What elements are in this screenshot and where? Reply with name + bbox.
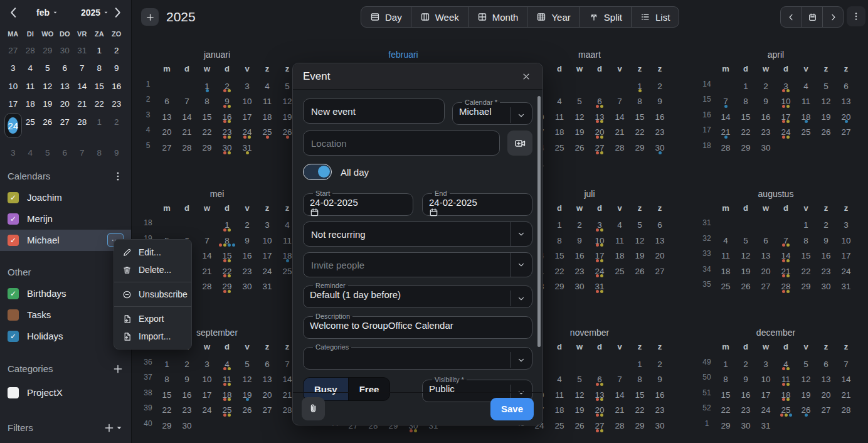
day-cell[interactable]: 30 <box>650 139 670 155</box>
calendar-item-birthdays[interactable]: ✓Birthdays <box>0 283 131 304</box>
day-cell[interactable]: 16 <box>650 387 670 402</box>
day-cell[interactable]: 27 <box>650 263 670 279</box>
day-cell[interactable]: 14 <box>776 247 796 263</box>
mini-day-cell[interactable]: 30 <box>56 41 74 60</box>
day-cell[interactable]: 13 <box>590 387 610 402</box>
day-cell[interactable]: 23 <box>816 263 836 279</box>
menu-item-unsubscribe[interactable]: Unsubscribe <box>114 286 191 303</box>
mini-day-cell[interactable]: 27 <box>56 113 74 131</box>
year-dropdown[interactable]: 2025 <box>81 8 109 18</box>
day-cell[interactable]: 14 <box>716 109 736 124</box>
calendar-item-michael[interactable]: ✓Michael⋯ <box>0 230 131 251</box>
day-cell[interactable]: 11 <box>610 232 630 248</box>
day-cell[interactable]: 27 <box>257 402 277 417</box>
save-button[interactable]: Save <box>490 398 534 420</box>
mini-day-cell[interactable]: 18 <box>22 95 40 114</box>
reminder-select[interactable]: Reminder Default (1 day before) <box>303 282 532 308</box>
day-cell[interactable]: 23 <box>736 402 756 417</box>
day-cell[interactable]: 24 <box>257 263 277 279</box>
all-day-toggle[interactable] <box>303 164 332 180</box>
day-cell[interactable]: 30 <box>650 417 670 433</box>
day-cell[interactable]: 1 <box>197 78 217 93</box>
day-cell[interactable]: 16 <box>756 109 776 124</box>
day-cell[interactable]: 19 <box>796 387 816 402</box>
mini-day-cell[interactable]: 22 <box>91 95 109 114</box>
day-cell[interactable]: 7 <box>610 371 630 387</box>
day-cell[interactable]: 5 <box>796 356 816 371</box>
day-cell[interactable]: 10 <box>590 232 610 248</box>
add-category-icon[interactable] <box>112 363 124 375</box>
day-cell[interactable]: 15 <box>630 109 650 124</box>
day-cell[interactable]: 22 <box>716 402 736 417</box>
day-cell[interactable]: 28 <box>836 402 856 417</box>
day-cell[interactable]: 31 <box>836 278 856 294</box>
day-cell[interactable]: 15 <box>197 109 217 124</box>
day-cell[interactable]: 28 <box>610 417 630 433</box>
day-cell[interactable]: 19 <box>237 387 257 402</box>
checkbox-unchecked[interactable] <box>8 309 19 321</box>
day-cell[interactable]: 7 <box>610 93 630 109</box>
mini-day-cell[interactable]: 24 <box>4 113 22 138</box>
day-cell[interactable]: 8 <box>716 371 736 387</box>
chevron-down-icon[interactable] <box>510 352 532 368</box>
day-cell[interactable]: 8 <box>736 93 756 109</box>
start-date-field[interactable]: Start 24-02-2025 <box>303 189 413 216</box>
calendar-item-joachim[interactable]: ✓Joachim <box>0 187 131 208</box>
day-cell[interactable]: 25 <box>549 139 569 155</box>
day-cell[interactable]: 17 <box>197 387 217 402</box>
mini-day-cell[interactable]: 2 <box>108 41 125 60</box>
day-cell[interactable]: 13 <box>650 232 670 248</box>
day-cell[interactable]: 3 <box>197 356 217 371</box>
day-cell[interactable]: 24 <box>776 124 796 139</box>
day-cell[interactable]: 9 <box>217 93 237 109</box>
day-cell[interactable]: 10 <box>197 371 217 387</box>
day-cell[interactable]: 22 <box>796 263 816 279</box>
day-cell[interactable]: 20 <box>816 387 836 402</box>
day-cell[interactable]: 30 <box>816 278 836 294</box>
day-cell[interactable]: 23 <box>650 402 670 417</box>
day-cell[interactable]: 30 <box>217 139 237 155</box>
day-cell[interactable]: 7 <box>177 93 197 109</box>
calendar-select[interactable]: Calendar * Michael <box>452 99 532 125</box>
day-cell[interactable]: 20 <box>590 402 610 417</box>
day-cell[interactable]: 18 <box>610 247 630 263</box>
day-cell[interactable]: 20 <box>650 247 670 263</box>
day-cell[interactable]: 18 <box>549 124 569 139</box>
calendar-icon[interactable] <box>310 208 406 217</box>
day-cell[interactable]: 1 <box>736 78 756 93</box>
mini-day-cell[interactable]: 6 <box>56 144 74 162</box>
mini-day-cell[interactable]: 27 <box>4 41 22 60</box>
mini-day-cell[interactable]: 6 <box>56 60 74 78</box>
day-cell[interactable]: 4 <box>257 78 277 93</box>
day-cell[interactable]: 4 <box>796 78 816 93</box>
day-cell[interactable]: 1 <box>157 356 177 371</box>
day-cell[interactable]: 1 <box>630 356 650 371</box>
checkbox-unchecked[interactable] <box>8 387 19 398</box>
day-cell[interactable]: 21 <box>177 124 197 139</box>
day-cell[interactable]: 27 <box>590 417 610 433</box>
day-cell[interactable]: 8 <box>796 232 816 248</box>
day-cell[interactable]: 15 <box>796 247 816 263</box>
day-cell[interactable]: 8 <box>630 93 650 109</box>
menu-item-delete[interactable]: Delete... <box>114 261 191 279</box>
day-cell[interactable]: 6 <box>836 78 856 93</box>
day-cell[interactable]: 25 <box>257 124 277 139</box>
end-date-field[interactable]: End 24-02-2025 <box>422 189 532 216</box>
checkbox-checked[interactable]: ✓ <box>8 288 19 299</box>
location-input[interactable] <box>303 131 500 156</box>
mini-day-cell[interactable]: 9 <box>108 144 125 162</box>
day-cell[interactable]: 18 <box>776 387 796 402</box>
day-cell[interactable]: 28 <box>776 278 796 294</box>
day-cell[interactable]: 22 <box>549 263 569 279</box>
day-cell[interactable]: 20 <box>157 124 177 139</box>
day-cell[interactable]: 1 <box>630 78 650 93</box>
day-cell[interactable]: 15 <box>736 109 756 124</box>
day-cell[interactable]: 1 <box>217 216 237 232</box>
menu-item-edit[interactable]: Edit... <box>114 243 191 261</box>
day-cell[interactable]: 5 <box>569 371 590 387</box>
chevron-down-icon[interactable] <box>510 107 532 123</box>
day-cell[interactable]: 12 <box>237 371 257 387</box>
day-cell[interactable]: 20 <box>836 109 856 124</box>
day-cell[interactable]: 5 <box>569 93 590 109</box>
day-cell[interactable]: 13 <box>816 371 836 387</box>
